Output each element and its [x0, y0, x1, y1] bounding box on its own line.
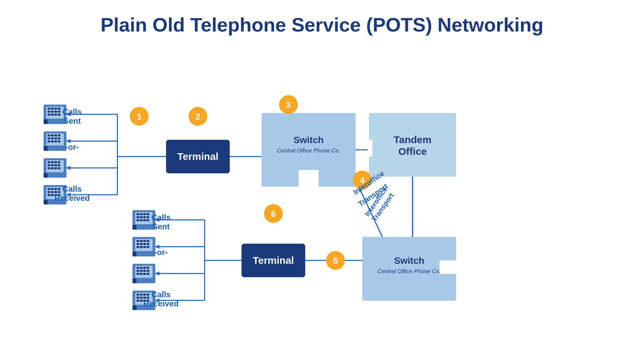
- svg-text:Calls: Calls: [62, 107, 82, 116]
- svg-rect-137: [147, 270, 149, 272]
- svg-rect-142: [132, 279, 137, 283]
- svg-rect-54: [48, 194, 50, 196]
- svg-rect-154: [140, 300, 143, 302]
- svg-rect-6: [51, 111, 54, 113]
- svg-rect-122: [147, 243, 149, 245]
- svg-rect-17: [51, 134, 54, 136]
- svg-rect-8: [58, 111, 60, 113]
- svg-rect-53: [58, 191, 60, 193]
- svg-text:Tandem: Tandem: [394, 134, 432, 145]
- svg-rect-22: [54, 137, 57, 139]
- svg-rect-118: [147, 240, 149, 242]
- svg-rect-21: [51, 137, 54, 139]
- svg-rect-132: [143, 267, 146, 269]
- svg-rect-39: [48, 167, 50, 169]
- svg-rect-55: [51, 194, 54, 196]
- svg-rect-116: [140, 240, 143, 242]
- svg-text:Sent: Sent: [63, 116, 81, 125]
- svg-rect-89: [368, 140, 372, 157]
- svg-rect-140: [143, 273, 146, 275]
- svg-rect-148: [147, 294, 149, 296]
- svg-rect-102: [143, 213, 146, 215]
- svg-text:Calls: Calls: [62, 184, 82, 193]
- svg-rect-4: [58, 108, 60, 110]
- svg-rect-108: [137, 219, 139, 221]
- svg-rect-152: [147, 297, 149, 299]
- svg-rect-141: [147, 273, 149, 275]
- svg-rect-125: [143, 246, 146, 248]
- svg-marker-69: [66, 166, 70, 170]
- svg-rect-27: [58, 140, 60, 142]
- svg-rect-36: [51, 164, 54, 166]
- svg-rect-50: [48, 191, 50, 193]
- svg-rect-134: [137, 270, 139, 272]
- svg-rect-157: [132, 305, 137, 310]
- svg-rect-32: [51, 161, 54, 163]
- svg-text:Terminal: Terminal: [253, 255, 294, 266]
- svg-rect-16: [48, 134, 50, 136]
- svg-rect-82: [299, 170, 319, 187]
- svg-rect-104: [137, 216, 139, 218]
- svg-rect-7: [54, 111, 57, 113]
- svg-rect-146: [140, 294, 143, 296]
- svg-text:Switch: Switch: [394, 255, 424, 266]
- svg-text:Calls: Calls: [151, 213, 170, 222]
- svg-rect-28: [44, 146, 48, 151]
- svg-rect-18: [54, 134, 57, 136]
- svg-rect-110: [143, 219, 146, 221]
- svg-rect-100: [137, 213, 139, 215]
- svg-rect-20: [48, 137, 50, 139]
- svg-rect-117: [143, 240, 146, 242]
- svg-text:Sent: Sent: [152, 222, 170, 231]
- svg-rect-51: [51, 191, 54, 193]
- svg-rect-151: [143, 297, 146, 299]
- svg-rect-34: [58, 161, 60, 163]
- svg-rect-119: [137, 243, 139, 245]
- svg-rect-33: [54, 161, 57, 163]
- svg-rect-124: [140, 246, 143, 248]
- svg-text:5: 5: [333, 256, 338, 266]
- svg-rect-1: [48, 108, 50, 110]
- svg-rect-10: [51, 114, 54, 116]
- svg-rect-38: [58, 164, 60, 166]
- svg-rect-58: [44, 200, 48, 204]
- svg-rect-130: [137, 267, 139, 269]
- svg-rect-5: [48, 111, 50, 113]
- svg-text:Office: Office: [398, 146, 427, 157]
- svg-rect-136: [143, 270, 146, 272]
- svg-rect-115: [137, 240, 139, 242]
- svg-rect-31: [48, 161, 50, 163]
- svg-rect-105: [140, 216, 143, 218]
- svg-rect-149: [137, 297, 139, 299]
- svg-rect-9: [48, 114, 50, 116]
- svg-text:-or-: -or-: [65, 142, 79, 152]
- svg-rect-47: [51, 188, 54, 190]
- svg-rect-19: [58, 134, 60, 136]
- diagram: Calls Sent -or- Calls Received 1 Termina…: [0, 46, 644, 354]
- svg-text:2: 2: [196, 112, 200, 122]
- svg-rect-107: [147, 216, 149, 218]
- svg-text:Switch: Switch: [293, 135, 324, 145]
- svg-text:3: 3: [286, 100, 291, 110]
- svg-text:Calls: Calls: [151, 290, 170, 299]
- svg-rect-3: [54, 108, 57, 110]
- svg-rect-52: [54, 191, 57, 193]
- svg-rect-46: [48, 188, 50, 190]
- svg-rect-121: [143, 243, 146, 245]
- svg-rect-26: [54, 140, 57, 142]
- svg-rect-133: [147, 267, 149, 269]
- svg-rect-147: [143, 294, 146, 296]
- svg-rect-49: [58, 188, 60, 190]
- svg-rect-120: [140, 243, 143, 245]
- svg-rect-111: [147, 219, 149, 221]
- svg-rect-48: [54, 188, 57, 190]
- svg-rect-12: [58, 114, 60, 116]
- svg-rect-127: [132, 252, 137, 256]
- svg-rect-42: [58, 167, 60, 169]
- svg-rect-103: [147, 213, 149, 215]
- page-title: Plain Old Telephone Service (POTS) Netwo…: [0, 0, 644, 46]
- svg-rect-106: [143, 216, 146, 218]
- svg-rect-2: [51, 108, 54, 110]
- svg-rect-123: [137, 246, 139, 248]
- svg-text:-or-: -or-: [154, 248, 168, 257]
